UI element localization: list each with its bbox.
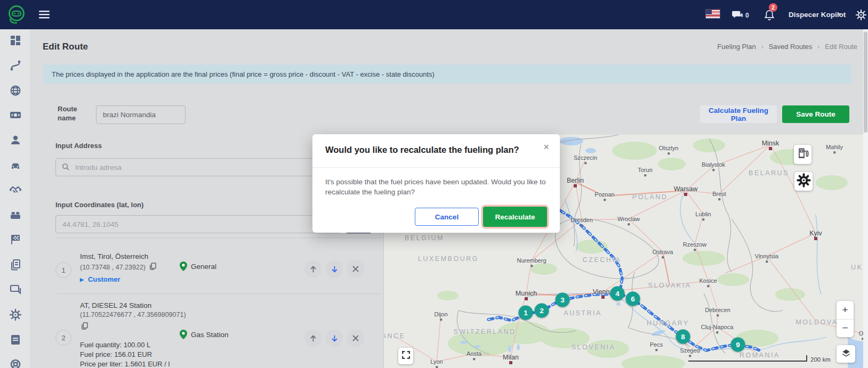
map-city-label: Berlin	[567, 177, 584, 184]
route-marker-8[interactable]: 8	[676, 330, 690, 344]
fullscreen-button[interactable]	[398, 348, 413, 364]
support-icon[interactable]	[9, 358, 22, 368]
zoom-in-button[interactable]: +	[837, 301, 854, 320]
map-city-label: Rzeszow	[683, 241, 707, 248]
map-city-label: Torun	[638, 167, 653, 173]
route-marker-2[interactable]: 2	[535, 304, 549, 318]
map-country-label: ROMANIA	[740, 351, 780, 359]
arrow-up-icon	[309, 265, 317, 273]
calculate-fueling-plan-button[interactable]: Calculate Fueling Plan	[700, 105, 777, 123]
documents-icon[interactable]	[9, 258, 22, 271]
settings-icon[interactable]	[9, 308, 22, 321]
map-city-label: Dresden	[570, 217, 593, 223]
map-country-label: POLAND	[632, 193, 668, 201]
map-city-label: Warsaw	[674, 185, 698, 193]
settings-gear-icon[interactable]	[855, 9, 867, 23]
waypoint-coordinates: (10.73748 , 47.23922)	[80, 263, 156, 272]
route-marker-4[interactable]: 4	[610, 287, 625, 301]
copy-icon[interactable]	[81, 322, 88, 330]
map-city-label: Milan	[503, 354, 519, 361]
zoom-out-button[interactable]: −	[837, 320, 854, 338]
waypoint-type-label: General	[191, 263, 216, 271]
chat-icon[interactable]	[732, 10, 743, 22]
breadcrumb-item[interactable]: Saved Routes	[769, 43, 813, 51]
route-name-input[interactable]	[96, 105, 186, 124]
map-country-label: SWITZERLAND	[453, 328, 516, 336]
remove-waypoint-button[interactable]	[347, 260, 365, 278]
coordinates-text: (11.70522476677 , 47.3569809071)	[80, 311, 186, 318]
page-scrollbar[interactable]	[863, 29, 868, 368]
map-scale-bar	[688, 361, 807, 362]
coordinates-text: (10.73748 , 47.23922)	[80, 264, 146, 271]
input-address-label: Input Address	[55, 142, 102, 150]
coordinates-input[interactable]	[55, 215, 341, 233]
messages-icon[interactable]	[9, 283, 22, 296]
arrow-down-icon	[331, 265, 338, 273]
cancel-button[interactable]: Cancel	[415, 208, 479, 226]
scrollbar-thumb[interactable]	[864, 31, 867, 133]
map-city-label: Nuremberg	[517, 257, 546, 264]
breadcrumb-item[interactable]: Fueling Plan	[717, 43, 756, 51]
user-icon[interactable]	[9, 134, 22, 146]
arrow-down-icon	[331, 334, 338, 342]
move-up-button[interactable]	[304, 330, 322, 347]
breadcrumb-separator: ›	[761, 43, 763, 51]
map-city-dot	[440, 318, 442, 321]
map-city-label: Ostrava	[653, 249, 673, 255]
map-city-label: Lublin	[695, 211, 711, 217]
move-up-button[interactable]	[304, 260, 322, 278]
hamburger-menu-icon[interactable]	[39, 11, 50, 21]
cargo-icon[interactable]	[9, 209, 22, 222]
fuel-stations-toggle-button[interactable]	[794, 145, 811, 164]
map-layers-button[interactable]	[837, 345, 855, 363]
finish-flag-icon[interactable]	[9, 233, 22, 246]
route-marker-6[interactable]: 6	[626, 292, 640, 306]
arrow-up-icon	[309, 334, 317, 342]
dialog-divider	[312, 167, 560, 168]
map-gear-icon	[797, 173, 811, 190]
copy-icon[interactable]	[149, 263, 156, 272]
fullscreen-icon	[401, 350, 411, 362]
recalculate-button[interactable]: Recalculate	[483, 207, 547, 227]
map-city-label: Lyon	[430, 358, 443, 365]
move-down-button[interactable]	[326, 330, 343, 347]
map-country-label: SLOVAKIA	[648, 282, 692, 289]
journal-icon[interactable]	[9, 333, 22, 346]
search-icon	[62, 163, 70, 173]
dialog-close-icon[interactable]: ×	[543, 142, 549, 152]
map-settings-button[interactable]	[794, 172, 813, 191]
app-logo[interactable]	[6, 4, 27, 28]
route-marker-3[interactable]: 3	[556, 293, 570, 307]
map-city-label: Aosta	[467, 350, 481, 357]
waypoint-title: Imst, Tirol, Österreich	[80, 252, 148, 260]
vehicle-icon[interactable]	[9, 159, 22, 171]
expander-label: Customer	[88, 275, 120, 283]
map-city-dot	[655, 349, 657, 351]
expander-arrow-icon: ▶	[80, 277, 84, 282]
language-flag-us[interactable]	[706, 10, 720, 18]
route-name-label: Route name	[58, 104, 82, 122]
map-city-label: Vinnytsia	[755, 253, 778, 259]
customer-expander[interactable]: ▶Customer	[80, 275, 120, 283]
map-city-dot	[584, 162, 586, 164]
globe-icon[interactable]	[9, 84, 22, 97]
map-city-dot	[716, 331, 718, 333]
move-down-button[interactable]	[326, 260, 343, 278]
routes-icon[interactable]	[9, 59, 22, 72]
route-marker-1[interactable]: 1	[519, 306, 533, 320]
left-sidebar	[0, 29, 31, 368]
save-route-button[interactable]: Save Route	[782, 105, 849, 123]
partners-icon[interactable]	[9, 184, 22, 197]
map-city-dot	[689, 355, 691, 357]
map-city-dot	[574, 184, 577, 187]
map-city-label: Wroclaw	[617, 216, 640, 222]
map-city-label: Cluj-Napoca	[701, 324, 734, 330]
payments-icon[interactable]	[9, 109, 22, 121]
dashboard-icon[interactable]	[9, 34, 22, 47]
map-country-label: BELGIUM	[405, 234, 444, 242]
map-city-dot	[717, 314, 719, 316]
route-marker-9[interactable]: 9	[731, 338, 745, 352]
map-city-dot	[436, 366, 438, 368]
remove-waypoint-button[interactable]	[347, 330, 365, 347]
map-city-dot	[509, 361, 512, 364]
